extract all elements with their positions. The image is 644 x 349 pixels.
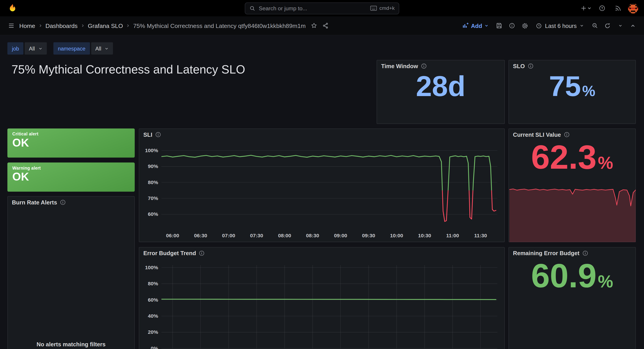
dashboard-insights-button[interactable]	[507, 19, 518, 32]
svg-text:10:30: 10:30	[418, 233, 431, 238]
time-zoom-out-button[interactable]	[590, 19, 600, 32]
new-item-button[interactable]	[580, 2, 592, 14]
shortcut-hint: cmd+k	[370, 5, 395, 11]
chevron-down-icon	[587, 6, 592, 11]
info-icon[interactable]	[199, 250, 205, 256]
question-circle-icon: ?	[598, 4, 606, 12]
svg-text:06:30: 06:30	[194, 233, 207, 238]
svg-text:08:30: 08:30	[306, 233, 319, 238]
svg-text:60%: 60%	[148, 211, 158, 217]
chevron-down-icon	[484, 23, 488, 28]
grafana-logo-icon[interactable]	[8, 3, 18, 13]
panel-sli: SLI 06:0006:3007:0007:3008:0008:3009:000…	[139, 128, 505, 242]
critical-alert-item[interactable]: Critical alert OK	[8, 128, 134, 158]
panel-burn-rate-header[interactable]: Burn Rate Alerts	[8, 197, 134, 208]
info-icon[interactable]	[582, 250, 588, 256]
menu-toggle-button[interactable]	[6, 19, 16, 32]
panel-title: Current SLI Value	[513, 131, 561, 138]
svg-text:07:00: 07:00	[222, 233, 235, 238]
variable-job-select[interactable]: All	[25, 42, 47, 54]
favorite-button[interactable]	[308, 19, 319, 32]
keyboard-icon	[370, 5, 377, 11]
panel-title: Time Window	[381, 63, 418, 69]
chevron-right-icon	[126, 23, 130, 28]
remaining-budget-unit: %	[598, 273, 613, 290]
info-icon[interactable]	[564, 132, 570, 138]
chevron-right-icon	[80, 23, 85, 28]
svg-text:11:00: 11:00	[446, 233, 459, 238]
add-button-label: Add	[471, 22, 482, 29]
panel-title: Remaining Error Budget	[513, 250, 580, 257]
magnifier-minus-icon	[591, 22, 598, 29]
svg-text:10:00: 10:00	[390, 233, 403, 238]
warning-alert-item[interactable]: Warning alert OK	[8, 162, 134, 191]
variable-namespace: namespace All	[53, 42, 113, 54]
info-icon[interactable]	[528, 63, 534, 69]
sli-chart[interactable]: 06:0006:3007:0007:3008:0008:3009:0009:30…	[139, 140, 504, 242]
add-button[interactable]: Add	[459, 19, 492, 32]
current-sli-value: 62.3	[531, 140, 596, 174]
alert-status: OK	[12, 170, 130, 184]
panel-error-budget-header[interactable]: Error Budget Trend	[139, 248, 504, 259]
breadcrumb-dashboards[interactable]: Dashboards	[44, 22, 79, 29]
panel-sli-header[interactable]: SLI	[139, 129, 504, 140]
grafana-dashboard-app: Search or jump to... cmd+k ?	[0, 0, 644, 349]
time-range-picker[interactable]: Last 6 hours	[532, 19, 587, 32]
svg-text:06:00: 06:00	[166, 233, 179, 238]
error-budget-trend-chart[interactable]: 100%80%60%40%20%0%	[139, 259, 504, 349]
variable-namespace-select[interactable]: All	[91, 42, 113, 54]
template-variables: job All namespace All	[8, 42, 113, 54]
alert-status: OK	[12, 136, 130, 150]
page-title: 75% Mythical Correctness and Latency SLO	[12, 63, 245, 76]
svg-text:70%: 70%	[148, 195, 158, 201]
share-icon	[322, 22, 329, 29]
search-input[interactable]: Search or jump to... cmd+k	[245, 2, 399, 14]
remaining-budget-value: 60.9	[531, 259, 596, 293]
breadcrumb-home[interactable]: Home	[18, 22, 37, 29]
hamburger-icon	[8, 22, 14, 29]
svg-text:0%: 0%	[151, 346, 158, 349]
variable-job: job All	[8, 42, 47, 54]
svg-text:20%: 20%	[148, 329, 158, 335]
news-button[interactable]	[612, 2, 623, 14]
search-icon	[249, 5, 256, 11]
top-actions: ?	[580, 2, 638, 14]
dashboard-toolbar: Home Dashboards Grafana SLO 75% Mythical…	[0, 16, 644, 35]
current-sli-unit: %	[598, 154, 613, 172]
chevron-down-icon	[580, 23, 584, 28]
info-icon[interactable]	[421, 63, 427, 69]
help-button[interactable]: ?	[597, 2, 608, 14]
toolbar-actions: Add	[459, 19, 638, 32]
svg-text:09:00: 09:00	[334, 233, 347, 238]
panel-title: Burn Rate Alerts	[12, 199, 57, 206]
user-avatar[interactable]	[628, 3, 638, 13]
svg-text:60%: 60%	[148, 297, 158, 303]
panel-error-budget-trend: Error Budget Trend 100%80%60%40%20%0%	[139, 247, 505, 349]
panel-burn-rate-alerts: Burn Rate Alerts No alerts matching filt…	[8, 196, 134, 349]
svg-text:80%: 80%	[148, 179, 158, 185]
info-circle-icon	[509, 22, 516, 29]
svg-text:11:30: 11:30	[474, 233, 487, 238]
dashboard-settings-button[interactable]	[520, 19, 530, 32]
chevron-right-icon	[38, 23, 42, 28]
info-icon[interactable]	[60, 200, 66, 205]
svg-text:08:00: 08:00	[278, 233, 291, 238]
star-icon	[310, 22, 317, 29]
svg-text:100%: 100%	[145, 147, 158, 153]
panel-current-sli-header[interactable]: Current SLI Value	[509, 129, 636, 140]
refresh-button[interactable]	[602, 19, 613, 32]
collapse-toolbar-button[interactable]	[628, 19, 638, 32]
plus-icon	[580, 5, 587, 11]
refresh-interval-picker[interactable]	[615, 19, 626, 32]
rss-icon	[614, 5, 621, 12]
search-placeholder: Search or jump to...	[259, 5, 307, 11]
share-button[interactable]	[320, 19, 331, 32]
no-alerts-message: No alerts matching filters	[8, 341, 134, 348]
top-bar: Search or jump to... cmd+k ?	[0, 0, 644, 16]
breadcrumb-folder[interactable]: Grafana SLO	[86, 22, 124, 29]
alert-label: Warning alert	[12, 165, 130, 170]
panel-title: SLO	[513, 63, 525, 69]
save-dashboard-button[interactable]	[494, 19, 505, 32]
info-icon[interactable]	[155, 132, 161, 138]
svg-text:?: ?	[601, 6, 603, 10]
